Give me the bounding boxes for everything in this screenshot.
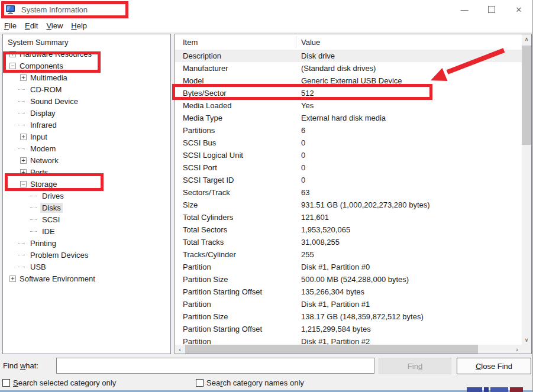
tree-expand-icon[interactable] xyxy=(9,63,16,69)
value-cell: (Standard disk drives) xyxy=(296,64,376,73)
tree-expand-icon[interactable] xyxy=(20,145,27,152)
tree-item[interactable]: Display xyxy=(3,107,170,119)
tree-item[interactable]: Modem xyxy=(3,142,170,154)
scrollbar-corner xyxy=(522,345,531,354)
close-icon[interactable]: ✕ xyxy=(505,0,532,19)
tree-item[interactable]: Infrared xyxy=(3,119,170,131)
table-row[interactable]: Partition Starting Offset 135,266,304 by… xyxy=(175,286,522,298)
tree-item[interactable]: Network xyxy=(3,154,170,166)
value-cell: 1,215,299,584 bytes xyxy=(296,325,371,333)
table-row[interactable]: Size 931.51 GB (1,000,202,273,280 bytes) xyxy=(175,199,522,211)
table-row[interactable]: SCSI Target ID 0 xyxy=(175,174,522,186)
tree-item[interactable]: Problem Devices xyxy=(3,249,170,261)
column-header-value[interactable]: Value xyxy=(296,38,320,47)
close-find-button[interactable]: Close Find xyxy=(457,358,531,374)
table-row[interactable]: Partition Starting Offset 1,215,299,584 … xyxy=(175,323,522,335)
tree-item[interactable]: Ports xyxy=(3,166,170,178)
grid-header: Item Value xyxy=(175,34,531,50)
table-row[interactable]: SCSI Bus 0 xyxy=(175,137,522,149)
table-row[interactable]: SCSI Port 0 xyxy=(175,161,522,174)
tree-item[interactable]: Components xyxy=(3,60,170,72)
vertical-scrollbar[interactable]: ∧ ∨ xyxy=(522,34,531,345)
tree-expand-icon[interactable] xyxy=(20,98,27,105)
tree-item[interactable]: Hardware Resources xyxy=(3,48,170,60)
horizontal-scrollbar[interactable]: ‹ › xyxy=(175,345,522,354)
tree-item[interactable]: Drives xyxy=(3,190,170,202)
table-row[interactable]: Model Generic External USB Device xyxy=(175,74,522,87)
value-cell: Yes xyxy=(296,101,314,110)
menu-item[interactable]: Edit xyxy=(21,21,42,30)
find-what-label: Find what: xyxy=(3,361,38,370)
scroll-left-icon[interactable]: ‹ xyxy=(175,345,185,354)
tree-item[interactable]: Multimedia xyxy=(3,72,170,83)
table-row[interactable]: Partition Size 138.17 GB (148,359,872,51… xyxy=(175,310,522,323)
table-row[interactable]: SCSI Logical Unit 0 xyxy=(175,149,522,161)
menu-item[interactable]: View xyxy=(42,21,67,30)
tree-expand-icon[interactable] xyxy=(20,157,27,164)
tree-item[interactable]: Printing xyxy=(3,237,170,249)
tree-expand-icon[interactable] xyxy=(32,228,38,235)
search-category-names-checkbox[interactable] xyxy=(196,379,203,387)
scroll-up-icon[interactable]: ∧ xyxy=(522,34,531,44)
table-row[interactable]: Total Sectors 1,953,520,065 xyxy=(175,223,522,236)
tree-item[interactable]: System Summary xyxy=(3,36,170,48)
table-row[interactable]: Total Tracks 31,008,255 xyxy=(175,236,522,248)
tree-expand-icon[interactable] xyxy=(20,252,27,258)
value-cell: Disk #1, Partition #1 xyxy=(296,300,370,309)
menu-item[interactable]: File xyxy=(0,21,21,30)
tree-expand-icon[interactable] xyxy=(32,205,38,211)
find-input[interactable] xyxy=(56,358,374,374)
tree-item[interactable]: Input xyxy=(3,131,170,142)
table-row[interactable]: Partition Size 500.00 MB (524,288,000 by… xyxy=(175,273,522,286)
table-row[interactable]: Partition Disk #1, Partition #1 xyxy=(175,298,522,310)
tree-expand-icon[interactable] xyxy=(9,51,16,57)
table-row[interactable]: Sectors/Track 63 xyxy=(175,186,522,199)
table-row[interactable]: Bytes/Sector 512 xyxy=(175,87,522,99)
tree-expand-icon[interactable] xyxy=(20,240,27,247)
table-row[interactable]: Media Loaded Yes xyxy=(175,99,522,112)
table-row[interactable]: Media Type External hard disk media xyxy=(175,112,522,124)
item-cell: Sectors/Track xyxy=(175,188,296,197)
item-cell: Partition Starting Offset xyxy=(175,325,296,333)
tree-expand-icon[interactable] xyxy=(20,86,27,93)
clipped-text-artifact xyxy=(467,387,532,392)
tree-item[interactable]: Disks xyxy=(3,202,170,213)
tree-expand-icon[interactable] xyxy=(32,216,38,223)
tree-expand-icon[interactable] xyxy=(32,193,38,199)
tree-item[interactable]: USB xyxy=(3,261,170,273)
tree-expand-icon[interactable] xyxy=(20,74,27,81)
tree-item[interactable]: Sound Device xyxy=(3,95,170,107)
item-cell: SCSI Target ID xyxy=(175,176,296,184)
maximize-icon[interactable] xyxy=(478,0,505,19)
table-row[interactable]: Partition Disk #1, Partition #0 xyxy=(175,261,522,273)
tree-item[interactable]: CD-ROM xyxy=(3,83,170,95)
tree-expand-icon[interactable] xyxy=(20,264,27,270)
scroll-down-icon[interactable]: ∨ xyxy=(522,335,531,345)
table-row[interactable]: Tracks/Cylinder 255 xyxy=(175,248,522,261)
column-header-item[interactable]: Item xyxy=(175,36,296,48)
horizontal-scrollbar-thumb[interactable] xyxy=(185,345,478,354)
menu-item[interactable]: Help xyxy=(67,21,91,30)
tree-item[interactable]: Storage xyxy=(3,178,170,190)
find-button[interactable]: Find xyxy=(379,358,451,374)
table-row[interactable]: Description Disk drive xyxy=(175,50,522,62)
item-cell: SCSI Port xyxy=(175,163,296,172)
tree-item[interactable]: IDE xyxy=(3,225,170,237)
tree-expand-icon[interactable] xyxy=(20,169,27,176)
search-selected-category-checkbox[interactable] xyxy=(2,379,10,387)
scroll-right-icon[interactable]: › xyxy=(512,345,522,354)
table-row[interactable]: Partition Disk #1, Partition #2 xyxy=(175,335,522,345)
value-cell: Generic External USB Device xyxy=(296,76,402,85)
table-row[interactable]: Total Cylinders 121,601 xyxy=(175,211,522,223)
minimize-icon[interactable]: — xyxy=(451,0,478,19)
tree-expand-icon[interactable] xyxy=(20,181,27,187)
tree-expand-icon[interactable] xyxy=(20,110,27,116)
table-row[interactable]: Partitions 6 xyxy=(175,124,522,137)
tree-expand-icon[interactable] xyxy=(20,134,27,140)
vertical-scrollbar-thumb[interactable] xyxy=(522,46,531,145)
tree-expand-icon[interactable] xyxy=(20,122,27,128)
tree-expand-icon[interactable] xyxy=(9,276,16,282)
tree-item[interactable]: Software Environment xyxy=(3,273,170,284)
table-row[interactable]: Manufacturer (Standard disk drives) xyxy=(175,62,522,74)
tree-item[interactable]: SCSI xyxy=(3,213,170,225)
